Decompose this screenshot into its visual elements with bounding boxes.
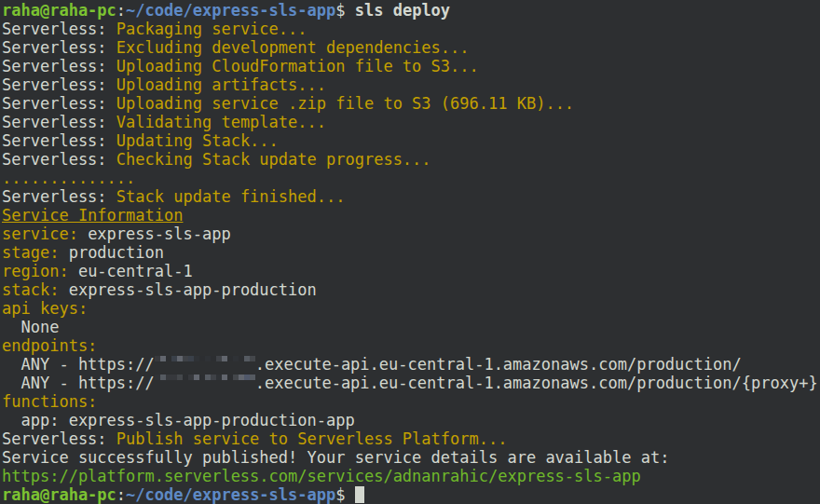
- log-message: Validating template...: [116, 113, 326, 131]
- cursor-block: [355, 486, 364, 503]
- log-label: Serverless:: [2, 113, 116, 131]
- info-key: endpoints:: [2, 336, 97, 355]
- endpoint-suffix: .execute-api.eu-central-1.amazonaws.com/…: [255, 374, 818, 392]
- log-label: Serverless:: [2, 75, 116, 94]
- prompt-user-host: raha@raha-pc: [2, 1, 116, 20]
- terminal-line: Serverless: Packaging service...: [2, 20, 820, 38]
- terminal-line: Serverless: Checking Stack update progre…: [2, 150, 820, 169]
- log-message: Publish service to Serverless Platform..…: [116, 429, 508, 448]
- redacted-api-id: [155, 375, 255, 392]
- log-message: Packaging service...: [116, 20, 308, 38]
- log-label: Serverless:: [2, 94, 116, 113]
- terminal-line: ..............: [2, 169, 820, 187]
- terminal-line: raha@raha-pc:~/code/express-sls-app$: [2, 485, 820, 504]
- endpoint-suffix: .execute-api.eu-central-1.amazonaws.com/…: [255, 355, 742, 374]
- redacted-api-id: [155, 356, 255, 374]
- terminal-line: None: [2, 318, 820, 336]
- log-message: Excluding development dependencies...: [116, 38, 470, 57]
- info-key: region:: [2, 262, 69, 280]
- terminal[interactable]: raha@raha-pc:~/code/express-sls-app$ sls…: [0, 0, 820, 504]
- terminal-line: stage: production: [2, 243, 820, 262]
- log-label: Serverless:: [2, 38, 116, 57]
- info-key: stack:: [2, 280, 59, 299]
- terminal-line: region: eu-central-1: [2, 262, 820, 280]
- terminal-line: Service successfully published! Your ser…: [2, 448, 820, 467]
- log-message: Checking Stack update progress...: [116, 150, 431, 169]
- terminal-line: app: express-sls-app-production-app: [2, 411, 820, 429]
- terminal-line: Serverless: Uploading artifacts...: [2, 75, 820, 94]
- terminal-line: Service Information: [2, 206, 820, 225]
- info-key: api keys:: [2, 299, 88, 318]
- info-value: None: [2, 318, 59, 336]
- log-label: Serverless:: [2, 57, 116, 75]
- prompt-path: ~/code/express-sls-app: [126, 1, 335, 20]
- endpoint-prefix: ANY - https://: [2, 355, 155, 374]
- terminal-line: ANY - https://.execute-api.eu-central-1.…: [2, 355, 820, 374]
- terminal-line: raha@raha-pc:~/code/express-sls-app$ sls…: [2, 1, 820, 20]
- terminal-line: service: express-sls-app: [2, 225, 820, 243]
- info-key: functions:: [2, 392, 97, 411]
- info-value: express-sls-app: [78, 225, 231, 243]
- terminal-line: Serverless: Updating Stack...: [2, 131, 820, 150]
- prompt-user-host: raha@raha-pc: [2, 485, 116, 504]
- prompt-separator: :: [116, 1, 126, 20]
- prompt-separator: :: [116, 485, 126, 504]
- log-message: Uploading artifacts...: [116, 75, 326, 94]
- terminal-line: Serverless: Validating template...: [2, 113, 820, 131]
- info-key: service:: [2, 225, 78, 243]
- info-key: stage:: [2, 243, 59, 262]
- terminal-line: Serverless: Stack update finished...: [2, 187, 820, 206]
- log-label: Serverless:: [2, 131, 116, 150]
- terminal-line: Serverless: Excluding development depend…: [2, 38, 820, 57]
- section-heading: Service Information: [2, 206, 183, 225]
- terminal-line: api keys:: [2, 299, 820, 318]
- prompt-dollar: $: [335, 1, 354, 20]
- terminal-line: endpoints:: [2, 336, 820, 355]
- progress-dots: ..............: [2, 169, 135, 187]
- terminal-line: functions:: [2, 392, 820, 411]
- terminal-line: Serverless: Uploading CloudFormation fil…: [2, 57, 820, 75]
- info-value: production: [59, 243, 164, 262]
- terminal-line: Serverless: Uploading service .zip file …: [2, 94, 820, 113]
- log-message: Uploading CloudFormation file to S3...: [116, 57, 479, 75]
- prompt-path: ~/code/express-sls-app: [126, 485, 335, 504]
- info-value: express-sls-app-production: [59, 280, 316, 299]
- command-text: sls deploy: [355, 1, 450, 20]
- log-message: Updating Stack...: [116, 131, 279, 150]
- log-message: Uploading service .zip file to S3 (696.1…: [116, 94, 574, 113]
- terminal-line: https://platform.serverless.com/services…: [2, 467, 820, 485]
- log-label: Serverless:: [2, 20, 116, 38]
- terminal-line: ANY - https://.execute-api.eu-central-1.…: [2, 374, 820, 392]
- log-label: Serverless:: [2, 187, 116, 206]
- terminal-line: stack: express-sls-app-production: [2, 280, 820, 299]
- log-label: Serverless:: [2, 429, 116, 448]
- terminal-line: Serverless: Publish service to Serverles…: [2, 429, 820, 448]
- log-message: Stack update finished...: [116, 187, 346, 206]
- platform-url-link[interactable]: https://platform.serverless.com/services…: [2, 467, 641, 485]
- endpoint-prefix: ANY - https://: [2, 374, 155, 392]
- publish-status-text: Service successfully published! Your ser…: [2, 448, 669, 467]
- info-value: app: express-sls-app-production-app: [2, 411, 355, 429]
- info-value: eu-central-1: [69, 262, 193, 280]
- prompt-dollar: $: [335, 485, 354, 504]
- log-label: Serverless:: [2, 150, 116, 169]
